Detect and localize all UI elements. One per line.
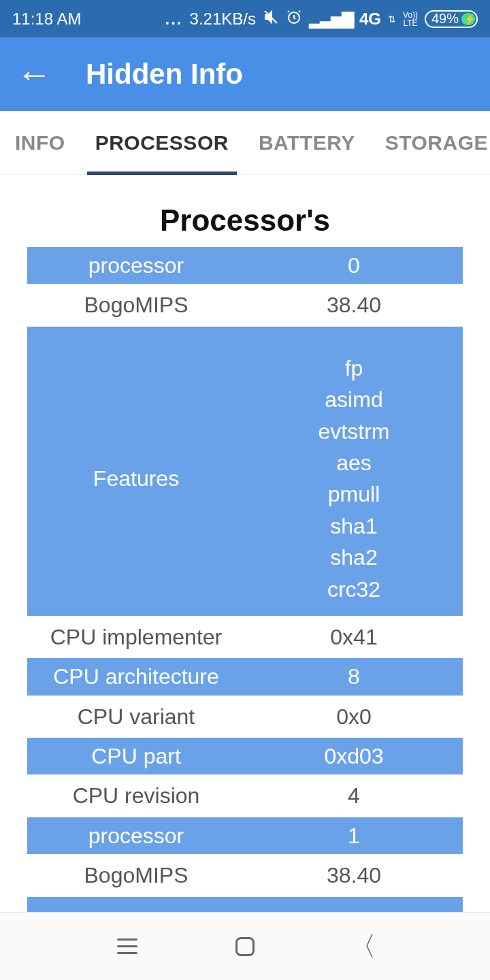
row-value: 1 (245, 817, 463, 854)
table-row: CPU variant0x0 (27, 698, 463, 735)
row-value: 8 (245, 658, 463, 695)
row-key: CPU architecture (27, 658, 245, 695)
row-key: Features (27, 327, 245, 616)
app-title: Hidden Info (86, 58, 243, 91)
row-value: 0xd03 (245, 738, 463, 774)
content-area: Processor's processor0BogoMIPS38.40Featu… (0, 175, 490, 912)
row-value: 0 (245, 247, 463, 284)
table-row: CPU revision4 (27, 777, 463, 814)
square-icon (235, 937, 255, 956)
hamburger-icon (117, 938, 137, 954)
row-key: CPU part (27, 738, 245, 774)
table-row: Featuresfp asimd evtstrm aes pmull sha1 … (27, 327, 463, 616)
row-value: fp asimd evtstrm aes pmull (245, 897, 463, 912)
status-net-speed: 3.21KB/s (190, 10, 256, 29)
row-key: processor (27, 817, 245, 854)
alarm-icon (286, 9, 302, 29)
row-key: processor (27, 247, 245, 284)
processor-table: processor0BogoMIPS38.40Featuresfp asimd … (27, 247, 463, 912)
status-right: ... 3.21KB/s ▂▃▅▇ 4G ⇅ Vo)) LTE 49% ⚡ (165, 9, 478, 29)
table-row: CPU architecture8 (27, 658, 463, 695)
row-value: 0x0 (245, 698, 463, 735)
table-row: CPU implementer0x41 (27, 619, 463, 655)
row-value: 4 (245, 777, 463, 814)
table-row: processor0 (27, 247, 463, 284)
mute-icon (263, 9, 279, 29)
row-value: 38.40 (245, 287, 463, 323)
more-dots-icon: ... (165, 10, 183, 29)
table-row: Featuresfp asimd evtstrm aes pmull (27, 897, 463, 912)
row-key: Features (27, 897, 245, 912)
home-button[interactable] (231, 933, 259, 960)
status-left: 11:18 AM (12, 10, 81, 29)
table-row: processor1 (27, 817, 463, 854)
tab-info[interactable]: INFO (0, 111, 80, 175)
page-heading: Processor's (27, 203, 463, 238)
row-key: CPU revision (27, 777, 245, 814)
table-row: CPU part0xd03 (27, 738, 463, 774)
row-key: CPU implementer (27, 619, 245, 655)
tab-storage[interactable]: STORAGE (370, 111, 490, 175)
chevron-left-icon: 〈 (349, 928, 376, 965)
row-value: 38.40 (245, 857, 463, 894)
signal-icon: ▂▃▅▇ (309, 10, 353, 29)
status-time: 11:18 AM (12, 10, 81, 29)
row-key: BogoMIPS (27, 857, 245, 894)
row-key: BogoMIPS (27, 287, 245, 323)
back-arrow-icon[interactable]: ← (16, 56, 52, 92)
signal-updown-icon: ⇅ (388, 14, 396, 24)
status-bar: 11:18 AM ... 3.21KB/s ▂▃▅▇ 4G ⇅ Vo)) LTE… (0, 0, 490, 37)
tab-battery[interactable]: BATTERY (244, 111, 370, 175)
system-nav-bar: 〈 (0, 912, 490, 980)
tab-bar: INFOPROCESSORBATTERYSTORAGES (0, 111, 490, 175)
table-row: BogoMIPS38.40 (27, 857, 463, 894)
battery-percent: 49% (431, 11, 459, 27)
table-row: BogoMIPS38.40 (27, 287, 463, 323)
volte-icon: Vo)) LTE (403, 11, 418, 27)
row-value: fp asimd evtstrm aes pmull sha1 sha2 crc… (245, 327, 463, 616)
row-key: CPU variant (27, 698, 245, 735)
tab-processor[interactable]: PROCESSOR (80, 111, 244, 175)
battery-icon: 49% ⚡ (425, 10, 478, 28)
recents-button[interactable] (114, 933, 141, 960)
back-button[interactable]: 〈 (349, 933, 376, 960)
status-network: 4G (359, 10, 381, 29)
app-bar: ← Hidden Info (0, 37, 490, 111)
row-value: 0x41 (245, 619, 463, 655)
